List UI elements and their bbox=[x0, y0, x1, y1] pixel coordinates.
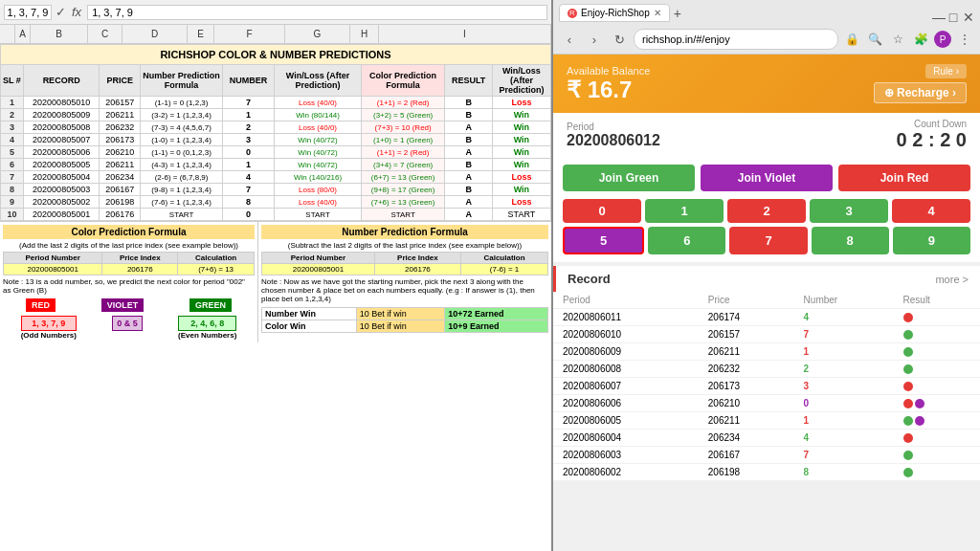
row-number: 1 bbox=[222, 159, 274, 171]
more-link[interactable]: more > bbox=[935, 274, 969, 285]
number-0-button[interactable]: 0 bbox=[563, 199, 641, 223]
minimize-button[interactable]: — bbox=[932, 10, 944, 21]
row-win-loss-before: Loss (40/0) bbox=[275, 97, 361, 109]
row-win-loss-after: START bbox=[492, 209, 550, 221]
number-3-button[interactable]: 3 bbox=[810, 199, 888, 223]
rec-result bbox=[894, 361, 980, 378]
join-red-button[interactable]: Join Red bbox=[838, 165, 970, 191]
col-header-row bbox=[0, 25, 15, 43]
number-1-button[interactable]: 1 bbox=[645, 199, 724, 223]
number-5-button[interactable]: 5 bbox=[563, 227, 644, 254]
header-color-formula: Color Prediction Formula bbox=[361, 65, 445, 97]
forward-button[interactable]: › bbox=[584, 29, 605, 50]
row-win-loss-after: Loss bbox=[492, 97, 550, 109]
row-win-loss-before: Win (40/72) bbox=[275, 159, 361, 171]
row-record: 202000805007 bbox=[23, 134, 100, 146]
rec-number: 3 bbox=[794, 378, 894, 395]
number-4-button[interactable]: 4 bbox=[892, 199, 970, 223]
browser-controls: ‹ › ↻ 🔒 🔍 ☆ 🧩 P ⋮ bbox=[559, 29, 974, 50]
result-dot-green bbox=[903, 468, 913, 477]
color-example-table: Period Number Price Index Calculation 20… bbox=[3, 252, 255, 276]
header-win-loss-before: Win/Loss (After Prediction) bbox=[275, 65, 361, 97]
sheet-title: RICHSHOP COLOR & NUMBER PREDICTIONS bbox=[1, 45, 551, 65]
col-header-h: H bbox=[350, 25, 379, 43]
row-num-formula: (3-2) = 1 (1,2,3,4) bbox=[141, 109, 223, 121]
row-result: B bbox=[445, 184, 492, 196]
row-num-formula: (9-8) = 1 (1,2,3,4) bbox=[141, 184, 223, 196]
row-price: 206167 bbox=[100, 184, 141, 196]
number-6-button[interactable]: 6 bbox=[648, 227, 725, 254]
column-headers: A B C D E F G H I bbox=[0, 25, 551, 44]
record-row: 20200806002 206198 8 bbox=[553, 464, 980, 481]
violet-numbers: 0 & 5 bbox=[112, 316, 143, 331]
active-tab[interactable]: R Enjoy-RichShop ✕ bbox=[559, 4, 670, 22]
number-8-button[interactable]: 8 bbox=[812, 227, 889, 254]
row-num-formula: (2-6) = (6,7,8,9) bbox=[141, 171, 223, 184]
row-win-loss-after: Loss bbox=[492, 171, 550, 184]
join-green-button[interactable]: Join Green bbox=[563, 165, 695, 191]
rule-button[interactable]: Rule › bbox=[925, 64, 967, 78]
balance-section: Available Balance ₹ 16.7 Rule › ⊕ Rechar… bbox=[553, 55, 980, 113]
rec-number: 4 bbox=[794, 430, 894, 447]
row-number: 8 bbox=[222, 196, 274, 209]
example-period: 202000805001 bbox=[4, 264, 102, 276]
number-9-button[interactable]: 9 bbox=[893, 227, 970, 254]
col-price-idx: Price Index bbox=[102, 253, 178, 264]
profile-icon[interactable]: P bbox=[934, 31, 951, 48]
row-result: A bbox=[445, 196, 492, 209]
close-button[interactable]: ✕ bbox=[963, 10, 974, 21]
col-header-f: F bbox=[214, 25, 285, 43]
row-sl: 5 bbox=[1, 146, 24, 159]
bookmark-icon[interactable]: ☆ bbox=[888, 30, 907, 49]
rec-result bbox=[894, 430, 980, 447]
row-color-formula: (1+1) = 2 (Red) bbox=[361, 146, 445, 159]
violet-label: VIOLET bbox=[101, 298, 145, 312]
number-note: Note : Now as we have got the starting n… bbox=[261, 277, 548, 303]
col-result-header: Result bbox=[894, 292, 980, 309]
rec-result bbox=[894, 326, 980, 343]
rec-price: 206211 bbox=[699, 412, 794, 430]
period-left: Period 20200806012 bbox=[567, 121, 660, 149]
rec-period: 20200806004 bbox=[553, 430, 699, 447]
green-label: GREEN bbox=[189, 298, 232, 312]
period-label: Period bbox=[567, 121, 660, 132]
recharge-button[interactable]: ⊕ Recharge › bbox=[874, 82, 967, 103]
row-sl: 1 bbox=[1, 97, 24, 109]
maximize-button[interactable]: □ bbox=[947, 10, 959, 21]
cell-reference[interactable] bbox=[4, 5, 52, 20]
rec-number: 0 bbox=[794, 395, 894, 412]
refresh-button[interactable]: ↻ bbox=[609, 29, 630, 50]
rec-price: 206232 bbox=[699, 361, 794, 378]
rec-result bbox=[894, 378, 980, 395]
row-sl: 2 bbox=[1, 109, 24, 121]
join-violet-button[interactable]: Join Violet bbox=[701, 165, 833, 191]
row-color-formula: (3+2) = 5 (Green) bbox=[361, 109, 445, 121]
row-price: 206234 bbox=[100, 171, 141, 184]
number-2-button[interactable]: 2 bbox=[727, 199, 806, 223]
row-win-loss-before: START bbox=[275, 209, 361, 221]
row-win-loss-before: Win (80/144) bbox=[275, 109, 361, 121]
search-icon[interactable]: 🔍 bbox=[865, 30, 884, 49]
color-win-earn: 10+9 Earned bbox=[445, 320, 548, 333]
result-dot-green bbox=[903, 364, 913, 374]
countdown-value: 0 2 : 2 0 bbox=[897, 129, 967, 151]
rec-number: 7 bbox=[794, 447, 894, 464]
new-tab-button[interactable]: + bbox=[674, 6, 681, 21]
record-title: Record bbox=[568, 272, 611, 286]
row-record: 202000805005 bbox=[23, 159, 100, 171]
tab-close-icon[interactable]: ✕ bbox=[654, 8, 661, 18]
extension-icon[interactable]: 🧩 bbox=[911, 30, 930, 49]
number-7-button[interactable]: 7 bbox=[729, 227, 807, 254]
color-numbers: 1, 3, 7, 9 (Odd Numbers) 0 & 5 2, 4, 6, … bbox=[3, 316, 255, 340]
rec-price: 206234 bbox=[699, 430, 794, 447]
main-table: RICHSHOP COLOR & NUMBER PREDICTIONS SL #… bbox=[0, 44, 551, 221]
record-row: 20200806011 206174 4 bbox=[553, 309, 980, 326]
more-icon[interactable]: ⋮ bbox=[955, 30, 974, 49]
browser-panel: R Enjoy-RichShop ✕ + — □ ✕ ‹ › ↻ 🔒 🔍 ☆ 🧩 bbox=[553, 0, 980, 551]
address-bar[interactable] bbox=[634, 29, 838, 50]
header-num-formula: Number Prediction Formula bbox=[141, 65, 223, 97]
rec-price: 206211 bbox=[699, 343, 794, 361]
row-price: 206176 bbox=[100, 209, 141, 221]
row-sl: 10 bbox=[1, 209, 24, 221]
back-button[interactable]: ‹ bbox=[559, 29, 580, 50]
